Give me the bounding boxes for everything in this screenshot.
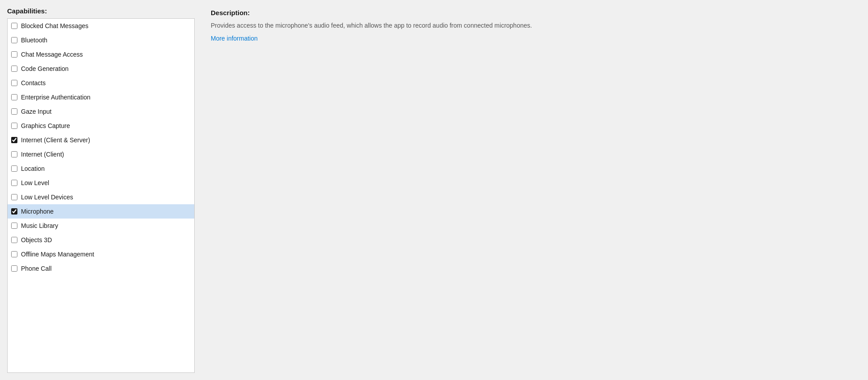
capability-label-bluetooth: Bluetooth [21, 37, 47, 44]
right-panel: Description: Provides access to the micr… [204, 7, 861, 373]
capability-label-offline-maps: Offline Maps Management [21, 251, 94, 258]
list-item[interactable]: Enterprise Authentication [8, 90, 194, 104]
capability-label-low-level: Low Level [21, 179, 49, 186]
capability-label-objects-3d: Objects 3D [21, 236, 52, 244]
list-item[interactable]: Internet (Client) [8, 147, 194, 161]
list-item[interactable]: Low Level [8, 176, 194, 190]
capability-label-music-library: Music Library [21, 222, 58, 229]
capability-checkbox-chat-message[interactable] [11, 51, 17, 58]
capabilities-title: Capabilities: [7, 7, 195, 15]
capability-label-graphics-capture: Graphics Capture [21, 122, 70, 129]
capability-checkbox-internet-client-server[interactable] [11, 137, 17, 143]
list-item[interactable]: Low Level Devices [8, 190, 194, 204]
capability-label-location: Location [21, 165, 45, 172]
capability-checkbox-graphics-capture[interactable] [11, 123, 17, 129]
capability-checkbox-music-library[interactable] [11, 223, 17, 229]
capability-label-contacts: Contacts [21, 79, 46, 87]
capability-label-internet-client-server: Internet (Client & Server) [21, 136, 90, 144]
description-title: Description: [211, 9, 854, 17]
capability-checkbox-low-level[interactable] [11, 180, 17, 186]
list-item[interactable]: Graphics Capture [8, 119, 194, 133]
capabilities-list-wrapper: Blocked Chat MessagesBluetoothChat Messa… [7, 18, 195, 373]
left-panel: Capabilities: Blocked Chat MessagesBluet… [7, 7, 195, 373]
capability-checkbox-bluetooth[interactable] [11, 37, 17, 43]
list-item[interactable]: Internet (Client & Server) [8, 133, 194, 147]
capability-label-phone-call: Phone Call [21, 265, 52, 272]
capabilities-list[interactable]: Blocked Chat MessagesBluetoothChat Messa… [8, 19, 194, 372]
capability-checkbox-objects-3d[interactable] [11, 237, 17, 243]
list-item[interactable]: Objects 3D [8, 233, 194, 247]
list-item[interactable]: Code Generation [8, 62, 194, 76]
list-item[interactable]: Music Library [8, 219, 194, 233]
list-item[interactable]: Chat Message Access [8, 47, 194, 62]
capability-checkbox-phone-call[interactable] [11, 265, 17, 272]
capability-checkbox-gaze-input[interactable] [11, 108, 17, 115]
list-item[interactable]: Bluetooth [8, 33, 194, 47]
capability-checkbox-enterprise-auth[interactable] [11, 94, 17, 100]
capability-label-internet-client: Internet (Client) [21, 151, 64, 158]
capability-label-code-gen: Code Generation [21, 65, 69, 72]
description-text: Provides access to the microphone's audi… [211, 21, 568, 30]
capability-label-low-level-devices: Low Level Devices [21, 194, 73, 201]
capability-checkbox-code-gen[interactable] [11, 66, 17, 72]
capability-label-gaze-input: Gaze Input [21, 108, 52, 115]
list-item[interactable]: Offline Maps Management [8, 247, 194, 261]
capability-label-microphone: Microphone [21, 208, 54, 215]
capability-checkbox-offline-maps[interactable] [11, 251, 17, 257]
capability-checkbox-blocked-chat[interactable] [11, 23, 17, 29]
list-item[interactable]: Gaze Input [8, 104, 194, 119]
list-item[interactable]: Location [8, 161, 194, 176]
list-item[interactable]: Phone Call [8, 261, 194, 276]
capability-checkbox-internet-client[interactable] [11, 151, 17, 157]
capability-checkbox-location[interactable] [11, 165, 17, 172]
capability-checkbox-low-level-devices[interactable] [11, 194, 17, 200]
capability-label-blocked-chat: Blocked Chat Messages [21, 22, 88, 29]
capability-label-chat-message: Chat Message Access [21, 51, 83, 58]
list-item[interactable]: Contacts [8, 76, 194, 90]
capability-checkbox-microphone[interactable] [11, 208, 17, 215]
more-info-link[interactable]: More information [211, 35, 854, 42]
list-item[interactable]: Blocked Chat Messages [8, 19, 194, 33]
capability-label-enterprise-auth: Enterprise Authentication [21, 94, 91, 101]
list-item[interactable]: Microphone [8, 204, 194, 219]
capability-checkbox-contacts[interactable] [11, 80, 17, 86]
